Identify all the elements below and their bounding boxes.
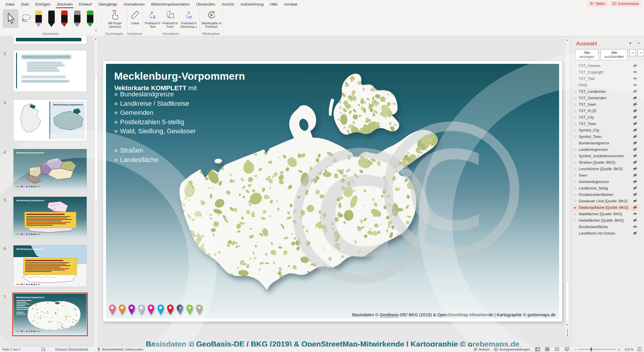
layer-row-txt-seen[interactable]: ▷TXT_Seen [573,101,639,108]
visibility-eye-off-icon[interactable] [632,108,639,114]
pane-close-icon[interactable]: × [638,41,640,45]
thumbnail-preview[interactable]: Mecklenburg-Vorpommern [13,197,87,238]
expand-triangle-icon[interactable]: ▷ [574,168,579,170]
visibility-eye-off-icon[interactable] [632,166,639,172]
layer-row-symbol-town[interactable]: ▷Symbol_Town [573,134,639,140]
zoom-out-icon[interactable]: − [574,347,577,352]
expand-triangle-icon[interactable]: ▷ [574,155,579,158]
expand-triangle-icon[interactable]: ▷ [574,135,579,138]
pen-gallery-more-icon[interactable]: ▼ [95,29,97,32]
tab-animationen[interactable]: Animationen [120,0,148,8]
scroll-up-icon[interactable]: ▲ [566,39,569,41]
expand-triangle-icon[interactable]: ▷ [574,180,579,183]
layer-row-txt-copyright[interactable]: TXT_Copyright [573,69,639,76]
tab-entwurf[interactable]: Entwurf [76,0,95,8]
map-pin-icon-1[interactable] [108,304,116,316]
zoom-slider-handle[interactable] [590,348,592,351]
layer-row-gemeindegrenzen[interactable]: ▷Gemeindegrenzen [573,179,639,185]
fit-to-window-icon[interactable] [638,347,642,352]
thumbnail-preview[interactable] [13,50,87,92]
map-pin-icon-4[interactable] [137,304,145,316]
tab-übergänge[interactable]: Übergänge [95,0,120,8]
map-pin-icon-3[interactable] [128,304,136,316]
map-pin-icon-2[interactable] [118,304,126,316]
layer-row-txt-titel[interactable]: TXT_Titel [573,76,639,82]
layer-row-txt-plz5[interactable]: ▷TXT_PLZ5 [573,108,639,114]
map-pin-icon-6[interactable] [157,304,165,316]
pane-options-chevron-icon[interactable]: ▾ [629,41,631,45]
visibility-eye-off-icon[interactable] [632,231,639,236]
tab-überprüfen[interactable]: Überprüfen [193,0,218,8]
layer-row-stra-en-quelle-bkg-[interactable]: ▷Straßen [Quelle: BKG] [573,159,639,166]
tab-datei[interactable]: Datei [2,0,18,8]
tab-hilfe[interactable]: Hilfe [267,0,281,8]
language-indicator[interactable]: Deutsch (Deutschland) [55,348,88,351]
visibility-eye-off-icon[interactable] [632,186,639,191]
layer-row-siedlungsfl-che-quelle-bkg-[interactable]: ▶Siedlungsfläche [Quelle: BKG] [573,204,639,211]
select-tool-button[interactable] [3,9,18,28]
pen-tool-5[interactable] [86,11,94,29]
expand-triangle-icon[interactable]: ▷ [574,174,579,177]
slide-thumbnail-4[interactable]: 4 Mecklenburg-Vorpommern [0,149,94,193]
slide-thumbnail-3[interactable]: 3 Mecklenburg-Vorpommern [0,100,94,143]
slide-canvas[interactable]: © © Mecklenburg-Vorpommern Vektorkarte K… [103,61,562,322]
layer-row-waldfl-chen-quelle-bkg-[interactable]: ▷Waldflächen [Quelle: BKG] [573,211,639,217]
slide-thumbnail-2[interactable]: 2 [0,50,94,94]
expand-triangle-icon[interactable]: ▷ [574,90,579,93]
share-button[interactable]: Teilen [587,1,608,7]
layer-row-pins[interactable]: ▷PINS [573,82,639,88]
comments-button[interactable]: Kommentare [610,1,642,7]
ink-to-shape-button[interactable]: Freihand in Form [162,9,179,34]
map-pin-icon-10[interactable] [195,304,203,316]
normal-view-button[interactable] [534,347,541,352]
tab-bildschirmpräsentation[interactable]: Bildschirmpräsentation [148,0,193,8]
visibility-eye-off-icon[interactable] [632,89,639,95]
thumbnail-scrollbar[interactable]: ▲ [94,36,98,346]
layer-row-landkreise-farbig[interactable]: ▷Landkreise_farbig [573,185,639,192]
expand-triangle-icon[interactable]: ▷ [574,110,579,112]
slide-area-scrollbar[interactable]: ▲ ▼ ▲▲ ▼▼ [565,37,570,337]
visibility-eye-off-icon[interactable] [632,141,639,146]
scroll-down-icon[interactable]: ▼ [566,324,569,326]
layer-row-txt-hinweis[interactable]: TXT_Hinweis [573,63,639,69]
layer-row-postleitzahlenfl-chen[interactable]: ▷Postleitzahlenflächen [573,192,639,198]
show-all-button[interactable]: Alle anzeigen [575,49,599,60]
layer-row-leuchtt-rme-quelle-bkg-[interactable]: ▷Leuchttürme [Quelle: BKG] [573,166,639,172]
expand-triangle-icon[interactable]: ▷ [574,219,579,222]
scroll-up-icon[interactable]: ▲ [95,37,97,40]
notes-button[interactable]: Notizen [474,348,490,351]
display-settings-button[interactable]: Anzeigeeinstellungen [494,348,530,351]
visibility-eye-off-icon[interactable] [632,218,639,223]
layer-row-txt-town[interactable]: ▷TXT_Town [573,121,639,127]
scrollbar-thumb[interactable] [95,74,98,200]
tab-aufzeichnung[interactable]: Aufzeichnung [237,0,267,8]
slide-bullet-list-main[interactable]: »Bundeslandgrenze»Landkreise / Stadtkrei… [114,90,196,136]
tab-zeichnen[interactable]: Zeichnen [54,0,76,8]
expand-triangle-icon[interactable]: ▷ [574,122,579,125]
move-down-button[interactable] [638,49,644,56]
ink-to-text-button[interactable]: a a Freihand in Text [144,9,161,34]
expand-triangle-icon[interactable]: ▶ [574,206,579,209]
slide-copyright[interactable]: Basisdaten © GeoBasis-DE/ BKG (2019) & O… [352,312,556,317]
visibility-eye-off-icon[interactable] [632,205,639,211]
visibility-eye-icon[interactable] [632,83,639,88]
expand-triangle-icon[interactable]: ▷ [574,161,579,164]
zoom-level[interactable]: 123 % [624,348,633,351]
visibility-eye-off-icon[interactable] [632,160,639,165]
visibility-eye-off-icon[interactable] [632,153,639,159]
previous-slide-button[interactable]: ▲▲ [566,329,569,332]
slide-thumbnail-6[interactable]: 6 Mecklenburg-Vorpommern [0,245,94,289]
visibility-eye-icon[interactable] [632,211,639,217]
expand-triangle-icon[interactable]: ▷ [574,187,579,190]
visibility-eye-off-icon[interactable] [632,128,639,133]
proofing-status-icon[interactable] [41,347,45,351]
ink-replay-button[interactable]: Wiedergabe in Freihand [201,9,222,34]
layer-row-seen[interactable]: ▷Seen [573,172,639,179]
expand-triangle-icon[interactable]: ▷ [574,200,579,203]
hide-all-button[interactable]: Alle ausblenden [600,49,628,60]
accessibility-status[interactable]: Barrierefreiheit: Untersuchen [97,347,143,351]
pen-tool-3[interactable] [60,11,68,29]
layer-row-landfl-che-mit-ostsee[interactable]: Landfläche mit Ostsee [573,230,639,237]
draw-with-finger-button[interactable]: Mit Finger zeichnen [103,9,127,34]
visibility-eye-icon[interactable] [632,70,639,75]
